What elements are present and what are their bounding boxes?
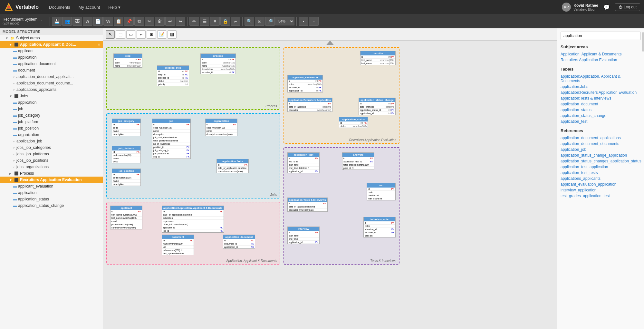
sidebar-item-j-jobs-orgs[interactable]: ⌐ jobs_organizations [0, 164, 103, 170]
panel-link-table-5[interactable]: application_status [561, 107, 641, 113]
corner-tool[interactable]: ⌐ [137, 30, 146, 39]
note-tool[interactable]: 📝 [157, 30, 166, 39]
zoom-out-button[interactable]: 🔎 [265, 17, 275, 26]
panel-link-ref-9[interactable]: interview_application [561, 187, 641, 193]
sidebar-item-r-applicant-eval[interactable]: ▬ applicant_evaluation [0, 183, 103, 189]
corner-button[interactable]: ⌐ [231, 17, 240, 26]
panel-link-ref-6[interactable]: application_test_tests [561, 170, 641, 176]
sidebar-item-app-applicant-docs[interactable]: ▼ ⬛ Application, Applicant & Doc... ✕ [0, 41, 103, 48]
save-button[interactable]: 💾 [52, 17, 62, 26]
view-1-button[interactable]: ▪ [299, 17, 308, 26]
tests-section: Tests & Interviews application_test idPK… [284, 147, 399, 265]
sidebar-item-document[interactable]: ▬ document [0, 67, 103, 73]
cut-button[interactable]: ✂ [145, 17, 154, 26]
panel-link-table-3[interactable]: application:Tests & Interviews [561, 95, 641, 101]
sidebar-item-j-jobs-job-pos[interactable]: ⌐ jobs_job_positions [0, 157, 103, 164]
rect-tool[interactable]: ▭ [126, 30, 135, 39]
nav-documents[interactable]: Documents [45, 3, 74, 12]
collapse-arrow[interactable] [326, 41, 334, 45]
panel-link-table-2[interactable]: application:Recruiters Application Evalu… [561, 90, 641, 95]
sidebar-item-application[interactable]: ▬ application [0, 54, 103, 61]
sidebar-item-j-jobs-job-cats[interactable]: ⌐ jobs_job_categories [0, 144, 103, 151]
sidebar-item-recruiters-eval[interactable]: ▼ ⬛ Recruiters Application Evaluation [0, 177, 103, 183]
copy-button[interactable]: 📋 [114, 17, 123, 26]
table-applicant-eval: applicant_evaluation idintPK notesnvarch… [287, 75, 323, 92]
select-tool[interactable]: ⬚ [116, 30, 125, 39]
zoom-select[interactable]: 54% 100% 75% 50% 25% [275, 17, 294, 25]
logout-button[interactable]: ⏻ Log out [615, 3, 640, 11]
sidebar-item-r-application[interactable]: ▬ application [0, 189, 103, 196]
subject-areas-section: Subject areas Application, Applicant & D… [561, 44, 641, 63]
align-left-button[interactable]: ☰ [200, 17, 209, 26]
panel-link-ref-3[interactable]: application_status_change_application [561, 152, 641, 158]
lock-button[interactable]: 🔒 [220, 17, 230, 26]
paste-button[interactable]: 📌 [124, 17, 134, 26]
panel-link-ref-1[interactable]: application_document_documents [561, 141, 641, 147]
panel-link-app-applicant-docs[interactable]: Application, Applicant & Documents [561, 51, 641, 57]
image-button[interactable]: 🖼 [72, 17, 82, 26]
table-tool[interactable]: ⊞ [147, 30, 156, 39]
panel-link-ref-7[interactable]: applications_applicants [561, 176, 641, 181]
panel-link-table-1[interactable]: application:Jobs [561, 84, 641, 90]
sidebar-item-j-organization[interactable]: ▬ organization [0, 131, 103, 138]
sidebar-item-j-application[interactable]: ▬ application [0, 99, 103, 106]
panel-link-ref-0[interactable]: application_document_applications [561, 135, 641, 141]
ref-icon: ⌐ [13, 74, 15, 79]
word-button[interactable]: W [103, 17, 113, 26]
panel-link-table-7[interactable]: application_test [561, 119, 641, 124]
table-app-tests: application:Tests & Interviews idPK date… [287, 198, 328, 212]
table-icon: ▬ [13, 184, 17, 189]
close-icon[interactable]: ✕ [98, 43, 100, 46]
comments-icon[interactable]: 💬 [603, 4, 610, 10]
sidebar-item-jobs[interactable]: ▼ ⬛ Jobs [0, 93, 103, 99]
canvas-scroll[interactable]: Process step idintPK codevarchar(10) nam… [103, 41, 557, 329]
panel-link-table-0[interactable]: application:Application, Applicant & Doc… [561, 73, 641, 84]
print-button[interactable]: 🖨 [83, 17, 92, 26]
panel-link-ref-8[interactable]: applicant_evaluation_application [561, 181, 641, 187]
panel-link-table-6[interactable]: application_status_change [561, 113, 641, 119]
sidebar-item-apps-applicants[interactable]: ⌐ applications_applicants [0, 86, 103, 93]
panel-link-ref-5[interactable]: application_test_application [561, 164, 641, 170]
table-organization: organization idPK code nvarchar(10) name… [205, 119, 237, 136]
sidebar-item-j-jobs-job-plats[interactable]: ⌐ jobs_job_platforms [0, 151, 103, 157]
table-icon: ▬ [13, 68, 17, 73]
sidebar-item-j-job-position[interactable]: ▬ job_position [0, 125, 103, 131]
ref-icon: ⌐ [13, 139, 15, 143]
panel-link-ref-2[interactable]: application_job [561, 147, 641, 152]
nav-help[interactable]: Help ▾ [104, 3, 124, 12]
cursor-tool[interactable]: ↖ [106, 30, 115, 39]
panel-link-ref-4[interactable]: application_status_changes_application_s… [561, 158, 641, 164]
sidebar-item-app-doc-docu[interactable]: ⌐ application_document_docume... [0, 80, 103, 86]
search-input[interactable] [561, 32, 641, 40]
sidebar-item-j-job-platform[interactable]: ▬ job_platform [0, 119, 103, 125]
ref-icon: ⌐ [13, 152, 15, 156]
fit-button[interactable]: ⊡ [255, 17, 264, 26]
zoom-in-button[interactable]: 🔍 [245, 17, 254, 26]
table-document: document idPK name nvarchar(100) url url… [162, 235, 194, 255]
nav-my-account[interactable]: My account [75, 3, 104, 12]
view-2-button[interactable]: ▫ [309, 17, 319, 26]
panel-link-ref-10[interactable]: test_grades_application_test [561, 193, 641, 199]
duplicate-button[interactable]: ⧉ [134, 17, 144, 26]
sidebar-item-j-app-job[interactable]: ⌐ application_job [0, 138, 103, 144]
process-icon: ⬛ [14, 171, 19, 176]
sidebar-item-application-document[interactable]: ▬ application_document [0, 61, 103, 67]
edit-button[interactable]: ✏ [189, 17, 199, 26]
hatch-tool[interactable]: ▨ [168, 30, 177, 39]
sidebar-item-applicant[interactable]: ▬ applicant [0, 48, 103, 54]
undo-button[interactable]: ↩ [165, 17, 175, 26]
panel-link-table-4[interactable]: application_document [561, 101, 641, 107]
sidebar-item-j-job-category[interactable]: ▬ job_category [0, 112, 103, 119]
sidebar-item-app-doc-appli[interactable]: ⌐ application_document_applicati... [0, 73, 103, 80]
sidebar-item-r-app-status[interactable]: ▬ application_status [0, 196, 103, 202]
sidebar-item-r-app-status-change[interactable]: ▬ application_status_change [0, 202, 103, 209]
align-center-button[interactable]: ≡ [210, 17, 220, 26]
share-button[interactable]: 👥 [62, 17, 72, 26]
sidebar-item-subject-areas[interactable]: ▼ 📁 Subject areas [0, 35, 103, 41]
sidebar-item-process[interactable]: ▶ ⬛ Process [0, 170, 103, 177]
pdf-button[interactable]: 📄 [93, 17, 103, 26]
delete-button[interactable]: 🗑 [155, 17, 165, 26]
sidebar-item-j-job[interactable]: ▬ job [0, 106, 103, 112]
panel-link-recruiters-eval[interactable]: Recruiters Application Evaluation [561, 57, 641, 63]
redo-button[interactable]: ↪ [176, 17, 185, 26]
